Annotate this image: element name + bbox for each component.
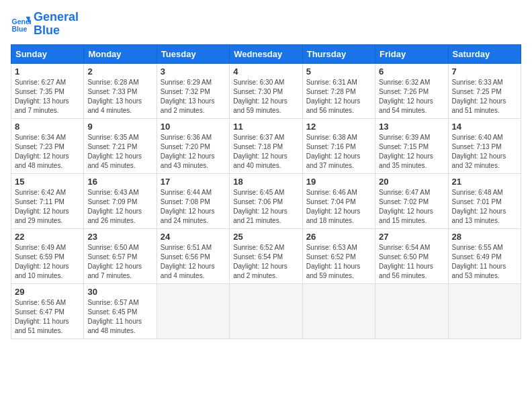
- calendar-week-row: 8Sunrise: 6:34 AM Sunset: 7:23 PM Daylig…: [11, 118, 521, 173]
- day-number: 4: [233, 66, 298, 77]
- day-number: 26: [306, 232, 371, 242]
- calendar-cell: 11Sunrise: 6:37 AM Sunset: 7:18 PM Dayli…: [230, 118, 302, 173]
- day-info: Sunrise: 6:47 AM Sunset: 7:02 PM Dayligh…: [379, 188, 444, 226]
- calendar-cell: 8Sunrise: 6:34 AM Sunset: 7:23 PM Daylig…: [11, 118, 84, 173]
- day-info: Sunrise: 6:54 AM Sunset: 6:50 PM Dayligh…: [379, 243, 444, 281]
- calendar-cell: 26Sunrise: 6:53 AM Sunset: 6:52 PM Dayli…: [302, 228, 375, 283]
- calendar-cell: 6Sunrise: 6:32 AM Sunset: 7:26 PM Daylig…: [375, 63, 448, 118]
- day-info: Sunrise: 6:34 AM Sunset: 7:23 PM Dayligh…: [15, 133, 80, 171]
- day-info: Sunrise: 6:55 AM Sunset: 6:49 PM Dayligh…: [452, 243, 517, 281]
- calendar-cell: 14Sunrise: 6:40 AM Sunset: 7:13 PM Dayli…: [448, 118, 521, 173]
- calendar-header-row: SundayMondayTuesdayWednesdayThursdayFrid…: [11, 44, 521, 63]
- day-info: Sunrise: 6:36 AM Sunset: 7:20 PM Dayligh…: [161, 133, 226, 171]
- calendar-cell: 27Sunrise: 6:54 AM Sunset: 6:50 PM Dayli…: [375, 228, 448, 283]
- day-number: 27: [379, 232, 444, 242]
- calendar-cell: 16Sunrise: 6:43 AM Sunset: 7:09 PM Dayli…: [84, 173, 157, 228]
- page-header: General Blue GeneralBlue: [11, 11, 521, 38]
- day-info: Sunrise: 6:53 AM Sunset: 6:52 PM Dayligh…: [306, 243, 371, 281]
- day-info: Sunrise: 6:32 AM Sunset: 7:26 PM Dayligh…: [379, 78, 444, 116]
- day-number: 2: [87, 66, 152, 77]
- calendar-cell: 29Sunrise: 6:56 AM Sunset: 6:47 PM Dayli…: [11, 283, 84, 338]
- logo-icon: General Blue: [11, 14, 31, 34]
- weekday-header-wednesday: Wednesday: [230, 44, 302, 63]
- day-number: 20: [379, 177, 444, 187]
- day-number: 24: [161, 232, 226, 242]
- day-info: Sunrise: 6:50 AM Sunset: 6:57 PM Dayligh…: [87, 243, 152, 281]
- calendar-cell: 30Sunrise: 6:57 AM Sunset: 6:45 PM Dayli…: [84, 283, 157, 338]
- day-number: 6: [379, 66, 444, 77]
- day-number: 1: [15, 66, 80, 77]
- calendar-cell: 1Sunrise: 6:27 AM Sunset: 7:35 PM Daylig…: [11, 63, 84, 118]
- day-info: Sunrise: 6:52 AM Sunset: 6:54 PM Dayligh…: [233, 243, 298, 281]
- calendar-cell: 3Sunrise: 6:29 AM Sunset: 7:32 PM Daylig…: [157, 63, 229, 118]
- day-number: 23: [87, 232, 152, 242]
- day-info: Sunrise: 6:39 AM Sunset: 7:15 PM Dayligh…: [379, 133, 444, 171]
- weekday-header-sunday: Sunday: [11, 44, 84, 63]
- day-info: Sunrise: 6:37 AM Sunset: 7:18 PM Dayligh…: [233, 133, 298, 171]
- calendar-cell: 15Sunrise: 6:42 AM Sunset: 7:11 PM Dayli…: [11, 173, 84, 228]
- calendar-cell: 23Sunrise: 6:50 AM Sunset: 6:57 PM Dayli…: [84, 228, 157, 283]
- day-info: Sunrise: 6:28 AM Sunset: 7:33 PM Dayligh…: [87, 78, 152, 116]
- day-info: Sunrise: 6:29 AM Sunset: 7:32 PM Dayligh…: [161, 78, 226, 116]
- day-info: Sunrise: 6:42 AM Sunset: 7:11 PM Dayligh…: [15, 188, 80, 226]
- weekday-header-tuesday: Tuesday: [157, 44, 229, 63]
- day-number: 28: [452, 232, 517, 242]
- calendar-cell: 17Sunrise: 6:44 AM Sunset: 7:08 PM Dayli…: [157, 173, 229, 228]
- weekday-header-saturday: Saturday: [448, 44, 521, 63]
- calendar-cell: 2Sunrise: 6:28 AM Sunset: 7:33 PM Daylig…: [84, 63, 157, 118]
- weekday-header-thursday: Thursday: [302, 44, 375, 63]
- calendar-cell: [157, 283, 229, 338]
- calendar-cell: 5Sunrise: 6:31 AM Sunset: 7:28 PM Daylig…: [302, 63, 375, 118]
- day-number: 8: [15, 122, 80, 132]
- day-number: 29: [15, 287, 80, 297]
- day-info: Sunrise: 6:43 AM Sunset: 7:09 PM Dayligh…: [87, 188, 152, 226]
- calendar-week-row: 1Sunrise: 6:27 AM Sunset: 7:35 PM Daylig…: [11, 63, 521, 118]
- day-info: Sunrise: 6:46 AM Sunset: 7:04 PM Dayligh…: [306, 188, 371, 226]
- day-number: 14: [452, 122, 517, 132]
- day-number: 3: [161, 66, 226, 77]
- day-info: Sunrise: 6:49 AM Sunset: 6:59 PM Dayligh…: [15, 243, 80, 281]
- calendar-cell: 18Sunrise: 6:45 AM Sunset: 7:06 PM Dayli…: [230, 173, 302, 228]
- day-info: Sunrise: 6:31 AM Sunset: 7:28 PM Dayligh…: [306, 78, 371, 116]
- calendar-week-row: 22Sunrise: 6:49 AM Sunset: 6:59 PM Dayli…: [11, 228, 521, 283]
- day-number: 18: [233, 177, 298, 187]
- day-info: Sunrise: 6:48 AM Sunset: 7:01 PM Dayligh…: [452, 188, 517, 226]
- calendar-cell: 19Sunrise: 6:46 AM Sunset: 7:04 PM Dayli…: [302, 173, 375, 228]
- day-info: Sunrise: 6:56 AM Sunset: 6:47 PM Dayligh…: [15, 298, 80, 336]
- day-number: 10: [161, 122, 226, 132]
- day-info: Sunrise: 6:33 AM Sunset: 7:25 PM Dayligh…: [452, 78, 517, 116]
- day-info: Sunrise: 6:40 AM Sunset: 7:13 PM Dayligh…: [452, 133, 517, 171]
- day-number: 19: [306, 177, 371, 187]
- calendar-cell: 10Sunrise: 6:36 AM Sunset: 7:20 PM Dayli…: [157, 118, 229, 173]
- day-number: 11: [233, 122, 298, 132]
- day-info: Sunrise: 6:51 AM Sunset: 6:56 PM Dayligh…: [161, 243, 226, 281]
- weekday-header-monday: Monday: [84, 44, 157, 63]
- calendar-cell: 28Sunrise: 6:55 AM Sunset: 6:49 PM Dayli…: [448, 228, 521, 283]
- calendar-cell: 7Sunrise: 6:33 AM Sunset: 7:25 PM Daylig…: [448, 63, 521, 118]
- weekday-header-friday: Friday: [375, 44, 448, 63]
- calendar-week-row: 15Sunrise: 6:42 AM Sunset: 7:11 PM Dayli…: [11, 173, 521, 228]
- day-number: 21: [452, 177, 517, 187]
- svg-text:Blue: Blue: [12, 24, 28, 32]
- calendar-cell: 20Sunrise: 6:47 AM Sunset: 7:02 PM Dayli…: [375, 173, 448, 228]
- calendar-cell: [302, 283, 375, 338]
- day-info: Sunrise: 6:30 AM Sunset: 7:30 PM Dayligh…: [233, 78, 298, 116]
- calendar-cell: [230, 283, 302, 338]
- day-info: Sunrise: 6:44 AM Sunset: 7:08 PM Dayligh…: [161, 188, 226, 226]
- day-number: 22: [15, 232, 80, 242]
- day-number: 16: [87, 177, 152, 187]
- calendar-cell: 22Sunrise: 6:49 AM Sunset: 6:59 PM Dayli…: [11, 228, 84, 283]
- calendar-cell: 13Sunrise: 6:39 AM Sunset: 7:15 PM Dayli…: [375, 118, 448, 173]
- day-info: Sunrise: 6:45 AM Sunset: 7:06 PM Dayligh…: [233, 188, 298, 226]
- day-info: Sunrise: 6:57 AM Sunset: 6:45 PM Dayligh…: [87, 298, 152, 336]
- calendar-cell: 24Sunrise: 6:51 AM Sunset: 6:56 PM Dayli…: [157, 228, 229, 283]
- calendar-cell: 12Sunrise: 6:38 AM Sunset: 7:16 PM Dayli…: [302, 118, 375, 173]
- day-number: 25: [233, 232, 298, 242]
- day-number: 15: [15, 177, 80, 187]
- calendar-cell: 9Sunrise: 6:35 AM Sunset: 7:21 PM Daylig…: [84, 118, 157, 173]
- calendar-table: SundayMondayTuesdayWednesdayThursdayFrid…: [11, 44, 521, 339]
- day-info: Sunrise: 6:27 AM Sunset: 7:35 PM Dayligh…: [15, 78, 80, 116]
- calendar-cell: 25Sunrise: 6:52 AM Sunset: 6:54 PM Dayli…: [230, 228, 302, 283]
- logo: General Blue GeneralBlue: [11, 11, 79, 38]
- calendar-cell: 21Sunrise: 6:48 AM Sunset: 7:01 PM Dayli…: [448, 173, 521, 228]
